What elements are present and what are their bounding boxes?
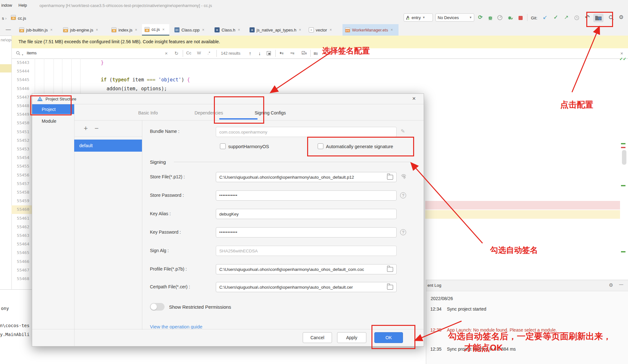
stripe-mark-red[interactable] xyxy=(621,147,625,148)
field-profile-file-p7b-[interactable]: C:\Users\qiuguohua\.ohos\config\openharm… xyxy=(216,264,397,274)
code-line-55446[interactable]: addon(item, options); xyxy=(32,86,167,92)
event-log-gear-icon[interactable]: ⚙ xyxy=(609,282,613,288)
profiler-icon[interactable] xyxy=(497,15,503,22)
line-number[interactable]: 55447 xyxy=(11,95,29,100)
stop-icon[interactable] xyxy=(519,16,523,20)
tab-close-icon[interactable]: × xyxy=(391,28,393,32)
tab-Class.h[interactable]: HClass.h× xyxy=(212,24,243,36)
line-number[interactable]: 55455 xyxy=(11,164,29,168)
line-number[interactable]: 55444 xyxy=(11,69,29,73)
tab-vector[interactable]: ≡vector× xyxy=(306,24,338,36)
apply-button[interactable]: Apply xyxy=(337,332,366,343)
line-number[interactable]: 55459 xyxy=(11,198,29,203)
add-selection-icon[interactable]: +II xyxy=(279,51,284,55)
stripe-mark-green[interactable] xyxy=(621,185,625,186)
field-store-password-[interactable]: ••••••••••• xyxy=(216,190,397,201)
tab-close-icon[interactable]: × xyxy=(329,28,332,32)
line-number[interactable]: 55463 xyxy=(11,233,29,238)
search-close-icon[interactable]: × xyxy=(620,51,623,56)
line-number[interactable]: 55451 xyxy=(11,129,29,134)
line-number[interactable]: 55460 xyxy=(11,207,29,212)
tab-close-icon[interactable]: × xyxy=(135,28,137,32)
next-match-icon[interactable]: ↓ xyxy=(258,51,261,56)
tab-WorkerManager.ets[interactable]: ETSWorkerManager.ets× xyxy=(342,24,399,36)
dialog-tab-basic-info[interactable]: Basic Info xyxy=(138,110,158,115)
line-number[interactable]: 55464 xyxy=(11,242,29,246)
line-number[interactable]: 55446 xyxy=(11,86,29,91)
tab-js_native_api_types.h[interactable]: Hjs_native_api_types.h× xyxy=(247,24,304,36)
line-number[interactable]: 55445 xyxy=(11,77,29,82)
line-number[interactable]: 55449 xyxy=(11,112,29,117)
git-commit-check-icon[interactable]: ✓ xyxy=(554,15,558,20)
stripe-mark-green[interactable] xyxy=(621,143,625,144)
line-number[interactable]: 55453 xyxy=(11,147,29,151)
code-line-55443[interactable]: } xyxy=(32,60,104,65)
tab-jsb-engine.js[interactable]: JSjsb-engine.js× xyxy=(60,24,104,36)
dialog-close-icon[interactable]: × xyxy=(412,95,416,102)
event-log-header[interactable]: ent Log ⚙ — xyxy=(426,280,628,291)
words-toggle[interactable]: W xyxy=(197,51,201,55)
line-number[interactable]: 55443 xyxy=(11,60,29,65)
line-number[interactable]: 55450 xyxy=(11,120,29,125)
help-icon[interactable]: ? xyxy=(400,229,406,235)
remove-selection-icon[interactable]: −II xyxy=(290,51,294,55)
folder-browse-icon[interactable] xyxy=(387,285,393,290)
tab-close-icon[interactable]: × xyxy=(299,28,301,32)
field-store-file-p12-[interactable]: C:\Users\qiuguohua\.ohos\config\openharm… xyxy=(216,172,397,182)
attach-debugger-icon[interactable] xyxy=(507,15,513,22)
line-number[interactable]: 55457 xyxy=(11,181,29,186)
hide-panel-icon[interactable]: — xyxy=(6,27,11,32)
line-number[interactable]: 55454 xyxy=(11,155,29,160)
line-number[interactable]: 55462 xyxy=(11,224,29,229)
tab-close-icon[interactable]: × xyxy=(202,28,204,32)
match-case-toggle[interactable]: Cc xyxy=(186,51,191,55)
tab-close-icon[interactable]: × xyxy=(50,28,53,32)
line-number[interactable]: 55452 xyxy=(11,138,29,143)
settings-gear-icon[interactable]: ⚙ xyxy=(619,15,624,20)
tab-close-icon[interactable]: × xyxy=(96,28,98,32)
tab-index.js[interactable]: JSindex.js× xyxy=(109,24,140,36)
prev-match-icon[interactable]: ↑ xyxy=(249,51,251,56)
breadcrumb[interactable]: s › xyxy=(2,16,6,21)
line-number[interactable]: 55456 xyxy=(11,173,29,177)
tab-cc.js[interactable]: JScc.js× xyxy=(142,24,169,36)
line-number[interactable]: 55458 xyxy=(11,190,29,195)
operation-guide-link[interactable]: View the operation guide xyxy=(150,324,202,329)
run-config-selector[interactable]: entry ▼ xyxy=(404,13,433,22)
tab-close-icon[interactable]: × xyxy=(238,28,240,32)
line-number[interactable]: 55466 xyxy=(11,259,29,264)
support-harmonyos-checkbox[interactable] xyxy=(220,143,226,149)
tab-Class.cpp[interactable]: C+Class.cpp× xyxy=(172,24,203,36)
code-line-55445[interactable]: if (typeof item === 'object') { xyxy=(32,77,190,83)
line-number[interactable]: 55467 xyxy=(11,268,29,272)
edit-pencil-icon[interactable]: ✎ xyxy=(401,128,405,134)
run-refresh-icon[interactable]: ⟳ xyxy=(478,15,483,20)
line-number[interactable]: 55465 xyxy=(11,250,29,255)
help-icon[interactable]: ? xyxy=(400,192,406,198)
history-clock-icon[interactable] xyxy=(574,15,579,22)
cancel-button[interactable]: Cancel xyxy=(303,332,332,343)
line-number[interactable]: 55461 xyxy=(11,216,29,221)
field-certpath-file-cer-[interactable]: C:\Users\qiuguohua\.ohos\config\openharm… xyxy=(216,282,397,292)
add-config-button[interactable]: + xyxy=(84,124,88,133)
scrollbar-thumb[interactable] xyxy=(622,150,626,165)
breadcrumb-file[interactable]: cc.js xyxy=(18,16,26,21)
support-harmonyos-label[interactable]: supportHarmonyOS xyxy=(228,144,269,149)
config-list-item-default[interactable]: default xyxy=(74,140,142,152)
event-log-entry[interactable]: 12:34Sync project started xyxy=(430,306,486,312)
show-restricted-permissions-toggle[interactable] xyxy=(150,303,165,311)
stripe-mark-green[interactable] xyxy=(621,251,625,252)
menu-window[interactable]: indow xyxy=(1,3,12,8)
search-history-icon[interactable]: ↻ xyxy=(174,51,179,56)
line-number[interactable]: 55468 xyxy=(11,276,29,281)
tab-close-icon[interactable]: × xyxy=(162,27,165,32)
search-input[interactable]: items xyxy=(27,51,37,55)
filter-icon[interactable]: ≡ı xyxy=(314,51,318,56)
git-push-icon[interactable]: ↗ xyxy=(564,15,568,20)
select-all-matches-icon[interactable] xyxy=(267,51,271,55)
search-bar[interactable]: ▾ items × ↻ Cc W .* 142 results ↑ ↓ +II … xyxy=(11,48,628,59)
regex-toggle[interactable]: .* xyxy=(208,51,210,55)
sidebar-item-module[interactable]: Module xyxy=(32,116,74,126)
menu-help[interactable]: Help xyxy=(18,3,27,8)
device-selector[interactable]: No Devices ▼ xyxy=(435,13,474,22)
